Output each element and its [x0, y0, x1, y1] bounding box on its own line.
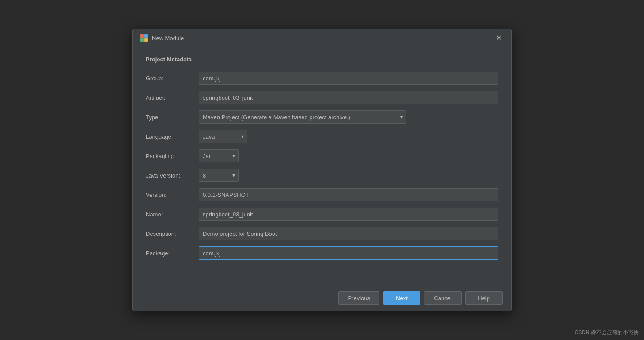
package-label: Package: [146, 250, 199, 257]
description-input[interactable] [199, 227, 498, 240]
package-row: Package: [146, 246, 498, 260]
title-bar-left: New Module [140, 34, 184, 42]
version-input[interactable] [199, 188, 498, 201]
java-version-label: Java Version: [146, 172, 199, 179]
type-select[interactable]: Maven Project (Generate a Maven based pr… [199, 110, 406, 124]
packaging-label: Packaging: [146, 153, 199, 159]
dialog-title: New Module [152, 35, 184, 42]
packaging-select[interactable]: Jar War [199, 149, 239, 162]
version-label: Version: [146, 192, 199, 198]
previous-button[interactable]: Previous [338, 291, 379, 305]
type-select-wrapper: Maven Project (Generate a Maven based pr… [199, 110, 406, 124]
name-row: Name: [146, 208, 498, 221]
group-input[interactable] [199, 72, 498, 85]
group-row: Group: [146, 72, 498, 85]
description-label: Description: [146, 230, 199, 237]
artifact-row: Artifact: [146, 91, 498, 104]
watermark: CSDN @不会压弯的小飞侠 [574, 329, 639, 336]
new-module-dialog: New Module ✕ Project Metadata Group: Art… [132, 29, 512, 311]
java-version-select-wrapper: 8 11 17 21 [199, 169, 239, 182]
type-label: Type: [146, 114, 199, 121]
artifact-label: Artifact: [146, 94, 199, 101]
close-button[interactable]: ✕ [493, 34, 504, 42]
svg-rect-2 [140, 38, 144, 42]
language-select[interactable]: Java Kotlin Groovy [199, 130, 247, 143]
title-bar: New Module ✕ [133, 29, 511, 47]
cancel-button[interactable]: Cancel [424, 291, 462, 305]
language-select-wrapper: Java Kotlin Groovy [199, 130, 247, 143]
version-row: Version: [146, 188, 498, 201]
next-button[interactable]: Next [383, 291, 420, 305]
language-row: Language: Java Kotlin Groovy [146, 130, 498, 143]
java-version-row: Java Version: 8 11 17 21 [146, 169, 498, 182]
dialog-footer: Previous Next Cancel Help [133, 285, 511, 311]
name-label: Name: [146, 211, 199, 218]
group-label: Group: [146, 75, 199, 82]
packaging-select-wrapper: Jar War [199, 149, 239, 162]
packaging-row: Packaging: Jar War [146, 149, 498, 162]
dialog-content: Project Metadata Group: Artifact: Type: … [133, 47, 511, 285]
help-button[interactable]: Help [465, 291, 503, 305]
package-input[interactable] [199, 246, 498, 260]
java-version-select[interactable]: 8 11 17 21 [199, 169, 239, 182]
svg-rect-3 [144, 38, 148, 42]
section-title: Project Metadata [146, 56, 498, 63]
language-label: Language: [146, 133, 199, 140]
svg-rect-1 [144, 34, 148, 38]
description-row: Description: [146, 227, 498, 240]
app-icon [140, 34, 148, 42]
artifact-input[interactable] [199, 91, 498, 104]
svg-rect-0 [140, 34, 144, 38]
name-input[interactable] [199, 208, 498, 221]
type-row: Type: Maven Project (Generate a Maven ba… [146, 110, 498, 124]
